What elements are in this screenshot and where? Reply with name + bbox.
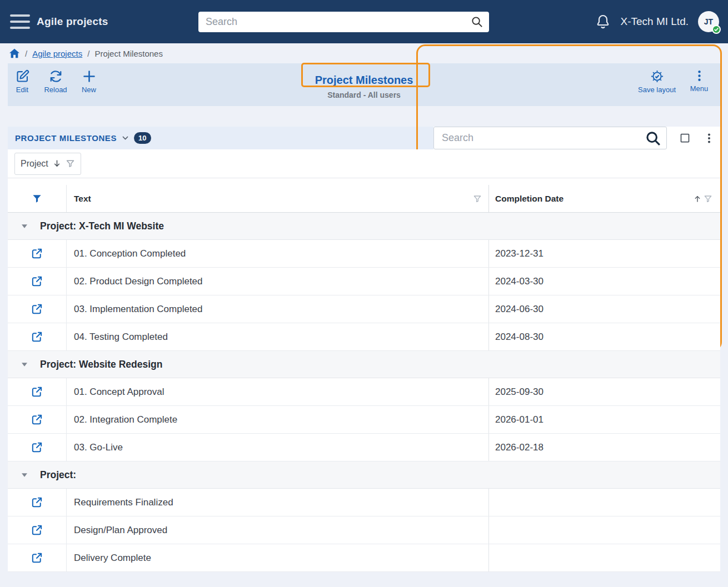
edit-button-label: Edit xyxy=(16,86,28,94)
expand-button[interactable] xyxy=(679,132,691,144)
table-row[interactable]: 02. Integration Complete 2026-01-01 xyxy=(8,406,720,434)
milestone-completion-date: 2023-12-31 xyxy=(489,240,720,267)
breadcrumb-separator: / xyxy=(25,49,27,58)
column-header-completion-date[interactable]: Completion Date xyxy=(495,194,564,204)
milestone-completion-date: 2026-01-01 xyxy=(489,406,720,433)
check-icon xyxy=(714,27,719,32)
open-external-icon[interactable] xyxy=(31,275,43,288)
open-record-cell[interactable] xyxy=(8,295,67,323)
group-header-row[interactable]: Project: X-Tech MI Website xyxy=(8,213,720,240)
reload-button[interactable]: Reload xyxy=(42,69,69,94)
group-header-row[interactable]: Project: xyxy=(8,461,720,489)
table-row[interactable]: 03. Implementation Completed 2024-06-30 xyxy=(8,295,720,323)
header-date-column: Completion Date xyxy=(489,185,720,212)
milestone-completion-date: 2024-06-30 xyxy=(489,295,720,323)
global-search xyxy=(198,12,489,32)
group-rows: Requirements Finalized Design/Plan Appro… xyxy=(8,489,720,572)
open-record-cell[interactable] xyxy=(8,544,67,571)
open-external-icon[interactable] xyxy=(31,385,43,398)
view-selector[interactable]: Standard - All users xyxy=(307,91,421,99)
new-button[interactable]: New xyxy=(76,69,102,94)
menu-button[interactable]: Menu xyxy=(686,69,712,94)
open-record-cell[interactable] xyxy=(8,378,67,405)
table-row[interactable]: 03. Go-Live 2026-02-18 xyxy=(8,434,720,461)
open-record-cell[interactable] xyxy=(8,516,67,544)
breadcrumb-link-agile-projects[interactable]: Agile projects xyxy=(32,49,82,58)
group-label: Project: Website Redesign xyxy=(40,359,162,370)
kebab-menu-icon xyxy=(703,132,715,144)
group-by-row: Project xyxy=(8,149,720,178)
milestone-text: 02. Integration Complete xyxy=(67,406,489,433)
save-layout-button[interactable]: Save layout xyxy=(638,69,676,94)
edit-button[interactable]: Edit xyxy=(9,69,36,94)
square-outline-icon xyxy=(679,132,691,144)
gear-check-icon xyxy=(650,69,665,84)
open-external-icon[interactable] xyxy=(31,330,43,343)
online-status-badge xyxy=(712,25,721,34)
table-row[interactable]: 04. Testing Completed 2024-08-30 xyxy=(8,323,720,351)
open-external-icon[interactable] xyxy=(31,551,43,564)
spacer xyxy=(8,178,720,185)
open-record-cell[interactable] xyxy=(8,406,67,433)
milestone-completion-date: 2026-02-18 xyxy=(489,434,720,461)
group-by-chip[interactable]: Project xyxy=(14,153,81,175)
group-header-row[interactable]: Project: Website Redesign xyxy=(8,351,720,378)
menu-button-label: Menu xyxy=(690,84,709,93)
open-external-icon[interactable] xyxy=(31,441,43,454)
collapse-triangle-icon[interactable] xyxy=(21,362,28,367)
kebab-menu-icon xyxy=(692,69,706,83)
topbar-right: X-Tech MI Ltd. JT xyxy=(595,0,720,43)
home-icon[interactable] xyxy=(9,48,20,58)
page: Agile projects X-Tech MI Ltd. JT xyxy=(0,0,728,587)
group-by-label: Project xyxy=(21,159,48,169)
column-header-text[interactable]: Text xyxy=(74,194,91,204)
hamburger-menu-icon[interactable] xyxy=(10,14,30,29)
sort-ascending-icon[interactable] xyxy=(693,194,702,203)
toolbar-left-group: Edit Reload New xyxy=(9,69,102,94)
bell-icon[interactable] xyxy=(595,13,611,30)
table-row[interactable]: 01. Concept Approval 2025-09-30 xyxy=(8,378,720,406)
milestone-text: Design/Plan Approved xyxy=(67,516,489,544)
open-external-icon[interactable] xyxy=(31,247,43,260)
panel-toolbar xyxy=(433,127,720,149)
header-text-column: Text xyxy=(67,185,489,212)
avatar[interactable]: JT xyxy=(698,11,719,32)
chevron-down-icon xyxy=(122,134,129,142)
milestone-completion-date xyxy=(489,516,720,544)
table-row[interactable]: 02. Product Design Completed 2024-03-30 xyxy=(8,268,720,295)
open-external-icon[interactable] xyxy=(31,496,43,509)
search-icon[interactable] xyxy=(471,16,483,28)
collapse-triangle-icon[interactable] xyxy=(21,473,28,478)
milestone-text: 01. Concept Approval xyxy=(67,378,489,405)
table-row[interactable]: 01. Conception Completed 2023-12-31 xyxy=(8,240,720,268)
table-group: Project: Requirements Finalized Design/P… xyxy=(8,461,720,572)
table-row[interactable]: Requirements Finalized xyxy=(8,489,720,516)
global-search-input[interactable] xyxy=(198,12,489,32)
open-record-cell[interactable] xyxy=(8,434,67,461)
panel-options-button[interactable] xyxy=(703,132,715,144)
sort-descending-icon[interactable] xyxy=(52,159,62,168)
reload-icon xyxy=(48,69,63,84)
open-record-cell[interactable] xyxy=(8,240,67,267)
page-title: Project Milestones xyxy=(307,71,421,90)
open-external-icon[interactable] xyxy=(31,524,43,536)
panel-title-dropdown[interactable]: PROJECT MILESTONES 10 xyxy=(8,127,433,149)
topbar: Agile projects X-Tech MI Ltd. JT xyxy=(0,0,728,43)
open-record-cell[interactable] xyxy=(8,489,67,516)
collapse-triangle-icon[interactable] xyxy=(21,224,28,229)
table-row[interactable]: Delivery Complete xyxy=(8,544,720,572)
header-filter-cell[interactable] xyxy=(8,185,67,212)
reload-button-label: Reload xyxy=(44,86,67,94)
open-record-cell[interactable] xyxy=(8,323,67,350)
panel-search-input[interactable] xyxy=(434,127,666,149)
filter-icon[interactable] xyxy=(704,194,712,203)
open-record-cell[interactable] xyxy=(8,268,67,295)
filter-icon[interactable] xyxy=(473,194,482,203)
search-icon[interactable] xyxy=(645,130,662,147)
open-external-icon[interactable] xyxy=(31,413,43,426)
filter-icon[interactable] xyxy=(66,159,75,168)
table-group: Project: X-Tech MI Website 01. Conceptio… xyxy=(8,213,720,351)
table-row[interactable]: Design/Plan Approved xyxy=(8,516,720,544)
new-button-label: New xyxy=(82,86,96,94)
open-external-icon[interactable] xyxy=(31,303,43,315)
